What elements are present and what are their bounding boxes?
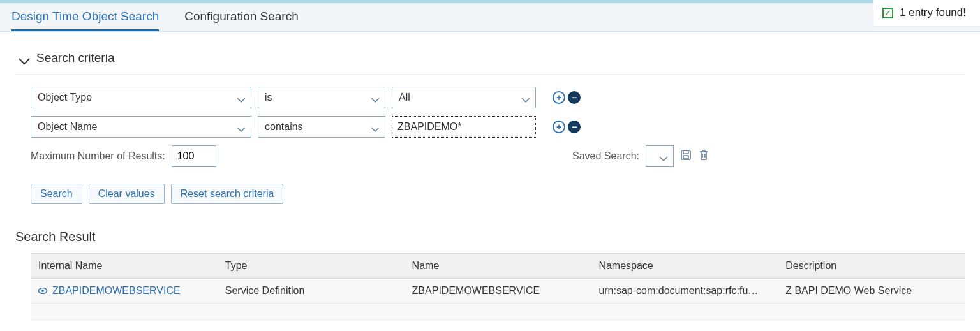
success-check-icon: ✓ bbox=[882, 8, 893, 18]
operator-dropdown[interactable]: contains bbox=[258, 116, 385, 138]
field-value: Object Type bbox=[38, 92, 92, 103]
svg-rect-0 bbox=[681, 151, 690, 159]
value-dropdown[interactable]: All bbox=[392, 87, 536, 108]
field-dropdown[interactable]: Object Type bbox=[31, 87, 251, 108]
value-input[interactable] bbox=[392, 116, 536, 138]
reset-criteria-button[interactable]: Reset search criteria bbox=[171, 184, 284, 204]
section-title: Search criteria bbox=[36, 51, 115, 65]
chevron-down-icon bbox=[237, 124, 246, 130]
operator-value: contains bbox=[265, 121, 303, 133]
max-results-label: Maximum Number of Results: bbox=[31, 151, 165, 162]
add-row-icon[interactable]: + bbox=[553, 91, 565, 104]
col-name[interactable]: Name bbox=[405, 254, 591, 279]
max-results-input[interactable] bbox=[172, 145, 216, 167]
saved-search-label: Saved Search: bbox=[572, 151, 639, 162]
chevron-down-icon bbox=[521, 94, 530, 101]
tab-label: Design Time Object Search bbox=[11, 10, 159, 24]
criteria-row: Object Name contains + − bbox=[31, 116, 965, 138]
tab-configuration[interactable]: Configuration Search bbox=[184, 3, 299, 31]
field-dropdown[interactable]: Object Name bbox=[31, 116, 251, 138]
table-row[interactable]: ZBAPIDEMOWEBSERVICE Service Definition Z… bbox=[31, 279, 965, 304]
value-value: All bbox=[399, 92, 410, 103]
col-type[interactable]: Type bbox=[218, 254, 405, 279]
cell-type: Service Definition bbox=[218, 279, 405, 304]
chevron-down-icon bbox=[371, 94, 380, 101]
chevron-down-icon bbox=[659, 153, 668, 159]
cell-internal-name[interactable]: ZBAPIDEMOWEBSERVICE bbox=[52, 285, 181, 297]
cell-description: Z BAPI DEMO Web Service bbox=[778, 279, 965, 304]
saved-search-dropdown[interactable] bbox=[646, 145, 674, 167]
col-description[interactable]: Description bbox=[778, 254, 965, 279]
search-result-table: Internal Name Type Name Namespace Descri… bbox=[31, 253, 965, 320]
svg-rect-2 bbox=[683, 156, 688, 159]
field-value: Object Name bbox=[38, 121, 97, 133]
cell-name: ZBAPIDEMOWEBSERVICE bbox=[405, 279, 591, 304]
col-internal-name[interactable]: Internal Name bbox=[31, 254, 218, 279]
chevron-down-icon bbox=[237, 94, 246, 101]
chevron-down-icon bbox=[371, 124, 380, 130]
table-header-row: Internal Name Type Name Namespace Descri… bbox=[31, 254, 965, 279]
cell-namespace: urn:sap-com:document:sap:rfc:fu… bbox=[591, 279, 778, 304]
operator-dropdown[interactable]: is bbox=[258, 87, 385, 108]
operator-value: is bbox=[265, 92, 272, 103]
search-button[interactable]: Search bbox=[31, 184, 82, 204]
add-row-icon[interactable]: + bbox=[553, 121, 565, 133]
tab-label: Configuration Search bbox=[184, 10, 299, 24]
notification-toast: ✓ 1 entry found! bbox=[873, 0, 980, 26]
trash-icon[interactable] bbox=[698, 149, 709, 164]
object-icon bbox=[38, 288, 47, 294]
save-icon[interactable] bbox=[680, 149, 692, 164]
remove-row-icon[interactable]: − bbox=[568, 91, 581, 104]
criteria-row: Object Type is All + − bbox=[31, 87, 965, 108]
chevron-down-icon[interactable] bbox=[19, 54, 30, 62]
clear-values-button[interactable]: Clear values bbox=[89, 184, 165, 204]
remove-row-icon[interactable]: − bbox=[568, 121, 581, 133]
col-namespace[interactable]: Namespace bbox=[591, 254, 778, 279]
tab-design-time[interactable]: Design Time Object Search bbox=[11, 3, 159, 31]
tab-strip: Design Time Object Search Configuration … bbox=[0, 3, 980, 32]
svg-point-4 bbox=[41, 290, 44, 292]
max-results-row: Maximum Number of Results: Saved Search: bbox=[31, 145, 965, 167]
section-header-search-criteria: Search criteria bbox=[15, 51, 965, 74]
notification-text: 1 entry found! bbox=[900, 6, 966, 19]
search-result-title: Search Result bbox=[15, 230, 965, 244]
